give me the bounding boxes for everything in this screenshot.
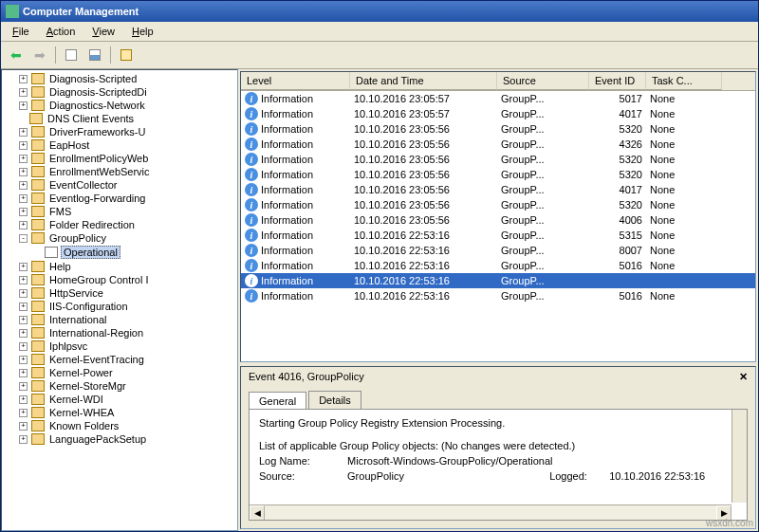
tree-item[interactable]: +Kernel-WHEA: [4, 406, 235, 419]
tree-item[interactable]: +Folder Redirection: [4, 218, 235, 231]
menu-file[interactable]: File: [5, 24, 37, 39]
tree-expand-icon[interactable]: +: [19, 289, 28, 298]
col-header-date[interactable]: Date and Time: [350, 72, 497, 90]
tree-item[interactable]: +Kernel-StoreMgr: [4, 379, 235, 393]
event-row[interactable]: iInformation10.10.2016 22:53:16GroupP...…: [241, 228, 755, 243]
tree-expand-icon[interactable]: +: [19, 369, 28, 377]
tree-expand-icon[interactable]: +: [19, 329, 28, 338]
source-cell: GroupP...: [497, 153, 589, 166]
toolbar-btn-3[interactable]: [116, 45, 137, 65]
tree-item[interactable]: +Diagnosis-ScriptedDi: [4, 85, 235, 99]
tree-expand-icon[interactable]: +: [19, 435, 28, 444]
tree-expand-icon[interactable]: +: [19, 128, 28, 137]
tree-expand-icon[interactable]: +: [19, 75, 28, 83]
tree-item[interactable]: +Diagnostics-Network: [4, 99, 235, 112]
event-row[interactable]: iInformation10.10.2016 23:05:56GroupP...…: [241, 182, 755, 197]
detail-hscroll[interactable]: ◀ ▶: [250, 504, 731, 520]
tree-expand-icon[interactable]: +: [19, 155, 28, 163]
event-row[interactable]: iInformation10.10.2016 23:05:56GroupP...…: [241, 152, 755, 167]
tree-expand-icon[interactable]: +: [19, 395, 28, 404]
tree-expand-icon[interactable]: +: [19, 422, 28, 431]
tree-item[interactable]: +Diagnosis-Scripted: [4, 72, 235, 85]
tree-expand-icon[interactable]: +: [19, 316, 28, 324]
tree-expand-icon[interactable]: +: [19, 208, 28, 216]
tree-expand-icon[interactable]: -: [19, 234, 28, 243]
tree-expand-icon[interactable]: +: [19, 276, 28, 284]
tree-item[interactable]: +EnrollmentWebServic: [4, 165, 235, 178]
tree-item[interactable]: +International-Region: [4, 326, 235, 339]
tree-item[interactable]: +Eventlog-Forwarding: [4, 192, 235, 205]
event-row[interactable]: iInformation10.10.2016 22:53:16GroupP...…: [241, 288, 755, 303]
tree-item[interactable]: +Kernel-WDI: [4, 393, 235, 406]
close-detail-button[interactable]: ✕: [739, 371, 748, 383]
menu-view[interactable]: View: [84, 24, 122, 39]
scroll-left-icon[interactable]: ◀: [250, 505, 265, 521]
tree-item[interactable]: DNS Client Events: [4, 112, 235, 125]
menu-action[interactable]: Action: [39, 24, 83, 39]
col-header-eventid[interactable]: Event ID: [589, 72, 646, 90]
tree-item[interactable]: +DriverFrameworks-U: [4, 125, 235, 138]
tree-item[interactable]: +EapHost: [4, 138, 235, 152]
tree-expand-icon[interactable]: +: [19, 356, 28, 364]
tree-expand-icon[interactable]: +: [19, 168, 28, 176]
eventid-cell: 8007: [589, 244, 646, 257]
event-row[interactable]: iInformation10.10.2016 23:05:57GroupP...…: [241, 91, 755, 106]
event-row[interactable]: iInformation10.10.2016 23:05:56GroupP...…: [241, 137, 755, 152]
tab-details[interactable]: Details: [308, 391, 361, 409]
tab-general[interactable]: General: [249, 392, 306, 410]
event-row[interactable]: iInformation10.10.2016 23:05:56GroupP...…: [241, 121, 755, 137]
tree-item[interactable]: +Kernel-EventTracing: [4, 353, 235, 366]
col-header-task[interactable]: Task C...: [646, 72, 722, 90]
tree-item-label: GroupPolicy: [47, 232, 108, 244]
tree-item[interactable]: +International: [4, 313, 235, 326]
tree-item[interactable]: +IIS-Configuration: [4, 300, 235, 313]
tree-expand-icon[interactable]: +: [19, 382, 28, 391]
event-row[interactable]: iInformation10.10.2016 23:05:56GroupP...…: [241, 197, 755, 212]
scroll-track[interactable]: [265, 505, 716, 520]
tree-expand-icon[interactable]: +: [19, 409, 28, 417]
event-row[interactable]: iInformation10.10.2016 23:05:56GroupP...…: [241, 167, 755, 182]
tree-item[interactable]: -GroupPolicy: [4, 231, 235, 245]
event-row[interactable]: iInformation10.10.2016 23:05:57GroupP...…: [241, 106, 755, 121]
folder-icon: [31, 139, 45, 151]
event-row[interactable]: iInformation10.10.2016 23:05:56GroupP...…: [241, 212, 755, 228]
list-header[interactable]: Level Date and Time Source Event ID Task…: [241, 72, 755, 91]
forward-button[interactable]: ➡: [29, 45, 50, 65]
event-list[interactable]: Level Date and Time Source Event ID Task…: [240, 71, 756, 362]
tree-expand-icon[interactable]: +: [19, 88, 28, 97]
back-button[interactable]: ⬅: [6, 45, 27, 65]
event-row[interactable]: iInformation10.10.2016 22:53:16GroupP...: [241, 273, 755, 288]
arrow-right-icon: ➡: [34, 47, 46, 63]
tree-item[interactable]: Operational: [4, 245, 235, 260]
tree-expand-icon[interactable]: +: [19, 221, 28, 229]
tree-expand-icon[interactable]: +: [19, 141, 28, 150]
tree-expand-icon[interactable]: +: [19, 101, 28, 110]
col-header-source[interactable]: Source: [497, 72, 589, 90]
date-cell: 10.10.2016 23:05:56: [350, 138, 497, 151]
detail-vscroll[interactable]: [731, 410, 747, 503]
level-text: Information: [261, 229, 313, 241]
tree-expand-icon[interactable]: +: [19, 181, 28, 190]
tree-item[interactable]: +FMS: [4, 205, 235, 218]
tree-item[interactable]: +EnrollmentPolicyWeb: [4, 152, 235, 165]
menu-help[interactable]: Help: [124, 24, 161, 39]
tree-item[interactable]: +EventCollector: [4, 178, 235, 192]
event-row[interactable]: iInformation10.10.2016 22:53:16GroupP...…: [241, 243, 755, 258]
tree-item[interactable]: +Known Folders: [4, 419, 235, 432]
tree-item[interactable]: +HttpService: [4, 286, 235, 300]
tree-item[interactable]: +LanguagePackSetup: [4, 432, 235, 446]
eventid-cell: 4017: [589, 183, 646, 196]
tree-item[interactable]: +Help: [4, 260, 235, 273]
tree-expand-icon[interactable]: +: [19, 194, 28, 203]
col-header-level[interactable]: Level: [241, 72, 350, 90]
tree-expand-icon[interactable]: +: [19, 303, 28, 311]
tree-item[interactable]: +Iphlpsvc: [4, 339, 235, 353]
tree-panel[interactable]: +Diagnosis-Scripted+Diagnosis-ScriptedDi…: [1, 69, 238, 531]
tree-item[interactable]: +Kernel-Power: [4, 366, 235, 379]
tree-expand-icon[interactable]: +: [19, 263, 28, 271]
event-row[interactable]: iInformation10.10.2016 22:53:16GroupP...…: [241, 258, 755, 273]
toolbar-btn-2[interactable]: [84, 45, 105, 65]
tree-expand-icon[interactable]: +: [19, 342, 28, 351]
toolbar-btn-1[interactable]: [61, 45, 82, 65]
tree-item[interactable]: +HomeGroup Control I: [4, 273, 235, 286]
